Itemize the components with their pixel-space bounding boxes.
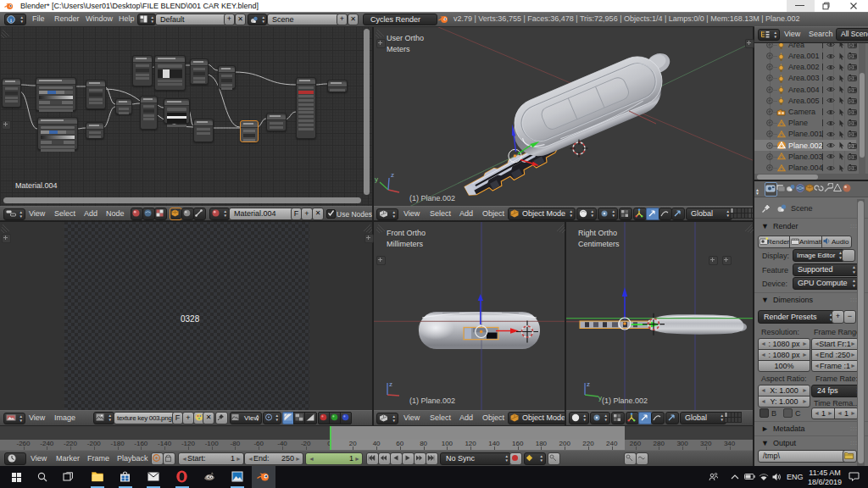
svg-text:i: i xyxy=(10,17,12,24)
svg-text:z: z xyxy=(391,171,394,179)
svg-text:y: y xyxy=(375,175,378,183)
svg-text:z: z xyxy=(587,380,590,388)
svg-text:z: z xyxy=(389,380,392,388)
